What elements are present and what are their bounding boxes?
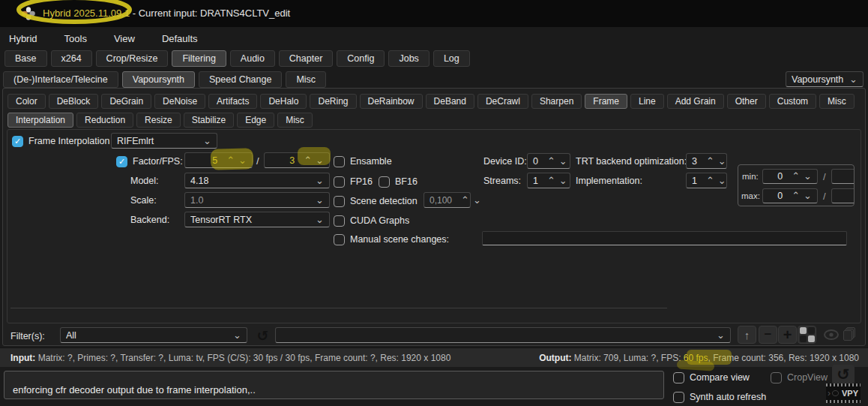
spin-up-icon[interactable]: ⌃ — [226, 157, 235, 164]
fps-spinbox[interactable]: 3 ⌃ ⌄ — [264, 152, 330, 168]
vpy-label: VPY — [841, 389, 859, 398]
tab-jobs[interactable]: Jobs — [388, 50, 429, 67]
filter-preview-button[interactable] — [822, 326, 840, 344]
model-dropdown[interactable]: 4.18 ⌄ — [184, 173, 330, 188]
filter-engine-dropdown[interactable]: Vapoursynth ⌄ — [786, 71, 864, 87]
spin-up-icon[interactable]: ⌃ — [547, 158, 555, 165]
spin-down-icon[interactable]: ⌄ — [804, 173, 812, 180]
menu-tools[interactable]: Tools — [55, 30, 96, 47]
spin-down-icon[interactable]: ⌄ — [559, 177, 567, 185]
tab-frame[interactable]: Frame — [585, 94, 627, 109]
max-spinbox[interactable]: 0 ⌃ ⌄ — [762, 188, 818, 203]
scene-detection-checkbox[interactable] — [334, 196, 345, 207]
tab-edge[interactable]: Edge — [237, 113, 274, 128]
device-id-spinbox[interactable]: 0 ⌃ ⌄ — [527, 153, 570, 169]
tab-speed-change[interactable]: Speed Change — [199, 71, 282, 88]
filter-add-button[interactable]: + — [778, 326, 797, 344]
filter-reset-button[interactable]: ↺ — [253, 326, 272, 344]
refresh-preview-button[interactable]: ↺ — [832, 365, 855, 384]
max-spinbox-2[interactable] — [831, 188, 855, 203]
tab-color[interactable]: Color — [7, 94, 46, 109]
tab-misc-filter[interactable]: Misc — [819, 94, 855, 109]
min-spinbox-2[interactable] — [831, 169, 855, 184]
tab-artifacts[interactable]: Artifacts — [208, 94, 257, 109]
tab-denoise[interactable]: DeNoise — [154, 94, 205, 109]
spin-up-icon[interactable]: ⌃ — [792, 173, 800, 180]
interpolation-method-dropdown[interactable]: RIFEmlrt ⌄ — [111, 133, 217, 149]
implementation-spinbox[interactable]: 1 ⌃ ⌄ — [686, 173, 727, 188]
trt-optimization-spinbox[interactable]: 3 ⌃ ⌄ — [686, 153, 727, 169]
tab-audio[interactable]: Audio — [230, 50, 275, 67]
spin-down-icon[interactable]: ⌄ — [718, 177, 726, 185]
tab-log[interactable]: Log — [433, 50, 470, 67]
filter-merge-button[interactable] — [798, 326, 816, 344]
backend-dropdown[interactable]: TensorRT RTX ⌄ — [184, 212, 330, 227]
bf16-checkbox[interactable] — [379, 176, 390, 188]
filter-copy-button[interactable] — [840, 325, 858, 343]
tab-config[interactable]: Config — [337, 50, 385, 67]
spin-up-icon[interactable]: ⌃ — [547, 177, 555, 185]
filter-search-dropdown[interactable]: ⌄ — [275, 327, 731, 343]
tab-custom[interactable]: Custom — [769, 94, 816, 109]
scene-detection-spinbox[interactable]: 0,100 ⌃ ⌄ — [424, 192, 471, 208]
spin-down-icon[interactable]: ⌄ — [238, 157, 247, 164]
tab-line[interactable]: Line — [630, 94, 664, 109]
spin-up-icon[interactable]: ⌃ — [304, 157, 312, 164]
tab-interpolation[interactable]: Interpolation — [7, 113, 73, 128]
spin-down-icon[interactable]: ⌄ — [718, 158, 726, 165]
tab-sharpen[interactable]: Sharpen — [531, 94, 582, 109]
tab-deband[interactable]: DeBand — [426, 94, 474, 109]
fp16-checkbox[interactable] — [334, 176, 345, 188]
factor-fps-checkbox[interactable]: ✓ — [116, 156, 127, 167]
filter-move-up-button[interactable]: ↑ — [738, 326, 756, 344]
spin-down-icon[interactable]: ⌄ — [804, 192, 812, 200]
tab-x264[interactable]: x264 — [51, 50, 92, 67]
tab-decrawl[interactable]: DeCrawl — [477, 94, 528, 109]
compare-view-checkbox[interactable] — [673, 372, 684, 383]
tab-resize[interactable]: Resize — [136, 113, 181, 128]
manual-scene-checkbox[interactable] — [334, 234, 345, 245]
tab-filtering[interactable]: Filtering — [172, 50, 226, 67]
tab-dehalo[interactable]: DeHalo — [260, 94, 307, 109]
tab-misc-frame[interactable]: Misc — [277, 113, 313, 128]
trt-optimization-value: 3 — [692, 156, 702, 167]
tab-base[interactable]: Base — [4, 50, 47, 67]
tab-misc-sub[interactable]: Misc — [286, 71, 326, 88]
tab-other[interactable]: Other — [727, 94, 766, 109]
tab-vapoursynth[interactable]: Vapoursynth — [122, 71, 195, 88]
tab-reduction[interactable]: Reduction — [76, 113, 133, 128]
cropview-checkbox[interactable] — [771, 372, 782, 383]
spin-up-icon[interactable]: ⌃ — [706, 177, 714, 185]
factor-spinbox[interactable]: 5 ⌃ ⌄ — [184, 152, 253, 168]
ensamble-checkbox[interactable] — [334, 156, 345, 167]
output-status-before: Matrix: 709, Luma: ?, FPS: — [571, 353, 683, 363]
scale-dropdown[interactable]: 1.0 ⌄ — [184, 192, 330, 208]
tab-stabilize[interactable]: Stabilize — [184, 113, 234, 128]
tab-dering[interactable]: DeRing — [310, 94, 356, 109]
tab-derainbow[interactable]: DeRainbow — [360, 94, 423, 109]
min-spinbox[interactable]: 0 ⌃ ⌄ — [762, 169, 818, 184]
menu-defaults[interactable]: Defaults — [153, 30, 207, 47]
synth-auto-refresh-checkbox[interactable] — [673, 392, 684, 403]
cuda-graphs-checkbox[interactable] — [334, 215, 345, 227]
tab-degrain[interactable]: DeGrain — [101, 94, 151, 109]
tab-add-grain[interactable]: Add Grain — [667, 94, 724, 109]
menu-hybrid[interactable]: Hybrid — [0, 30, 46, 47]
tab-crop-resize[interactable]: Crop/Resize — [96, 50, 169, 67]
frame-interpolation-checkbox[interactable]: ✓ — [12, 136, 23, 147]
spin-up-icon[interactable]: ⌃ — [461, 197, 469, 204]
spin-down-icon[interactable]: ⌄ — [316, 157, 324, 164]
filters-dropdown[interactable]: All ⌄ — [60, 327, 247, 343]
streams-spinbox[interactable]: 1 ⌃ ⌄ — [527, 173, 570, 188]
vpy-preview-button[interactable]: › VPY — [826, 383, 861, 403]
manual-scene-input[interactable] — [482, 231, 847, 245]
spin-down-icon[interactable]: ⌄ — [559, 158, 567, 165]
spin-down-icon[interactable]: ⌄ — [473, 197, 481, 204]
filter-remove-button[interactable]: − — [759, 326, 777, 344]
menu-view[interactable]: View — [105, 30, 144, 47]
tab-deinterlace-telecine[interactable]: (De-)Interlace/Telecine — [3, 71, 118, 88]
tab-deblock[interactable]: DeBlock — [49, 94, 99, 109]
tab-chapter[interactable]: Chapter — [279, 50, 333, 67]
spin-up-icon[interactable]: ⌃ — [792, 192, 800, 200]
spin-up-icon[interactable]: ⌃ — [706, 158, 714, 165]
